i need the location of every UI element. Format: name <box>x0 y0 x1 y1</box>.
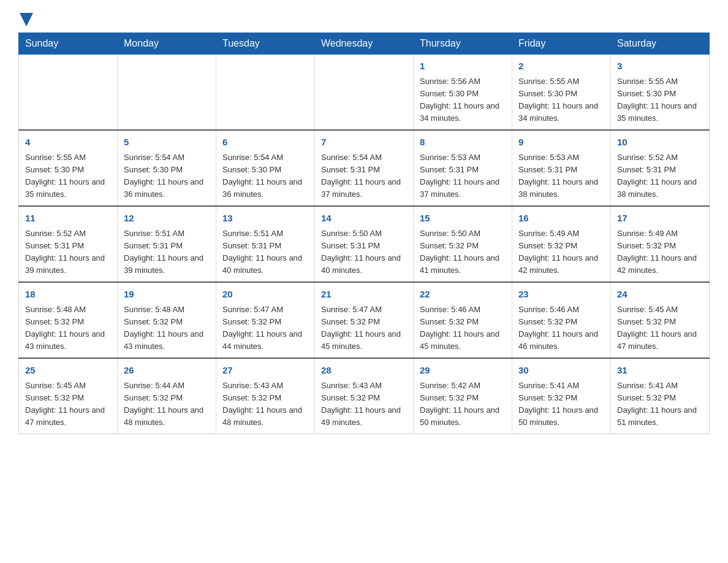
day-info: Sunrise: 5:56 AMSunset: 5:30 PMDaylight:… <box>420 75 506 125</box>
logo-triangle-icon <box>20 13 33 26</box>
day-info: Sunrise: 5:54 AMSunset: 5:30 PMDaylight:… <box>222 151 308 201</box>
week-row-4: 18Sunrise: 5:48 AMSunset: 5:32 PMDayligh… <box>19 282 710 358</box>
day-info: Sunrise: 5:52 AMSunset: 5:31 PMDaylight:… <box>617 151 703 201</box>
day-cell: 30Sunrise: 5:41 AMSunset: 5:32 PMDayligh… <box>512 358 611 434</box>
day-number: 21 <box>321 288 407 302</box>
svg-marker-0 <box>20 13 33 26</box>
week-row-5: 25Sunrise: 5:45 AMSunset: 5:32 PMDayligh… <box>19 358 710 434</box>
header-cell-wednesday: Wednesday <box>315 33 414 55</box>
header-cell-saturday: Saturday <box>611 33 710 55</box>
day-cell: 20Sunrise: 5:47 AMSunset: 5:32 PMDayligh… <box>216 282 315 358</box>
day-info: Sunrise: 5:48 AMSunset: 5:32 PMDaylight:… <box>25 304 111 353</box>
header-cell-tuesday: Tuesday <box>216 33 315 55</box>
day-cell: 9Sunrise: 5:53 AMSunset: 5:31 PMDaylight… <box>512 130 611 206</box>
day-info: Sunrise: 5:55 AMSunset: 5:30 PMDaylight:… <box>25 151 111 201</box>
day-info: Sunrise: 5:43 AMSunset: 5:32 PMDaylight:… <box>321 380 407 429</box>
day-cell: 2Sunrise: 5:55 AMSunset: 5:30 PMDaylight… <box>512 55 611 131</box>
calendar-table: SundayMondayTuesdayWednesdayThursdayFrid… <box>18 33 710 434</box>
day-info: Sunrise: 5:52 AMSunset: 5:31 PMDaylight:… <box>25 228 111 277</box>
day-number: 3 <box>617 59 703 74</box>
day-number: 30 <box>518 364 604 378</box>
day-cell: 29Sunrise: 5:42 AMSunset: 5:32 PMDayligh… <box>414 358 512 434</box>
day-info: Sunrise: 5:53 AMSunset: 5:31 PMDaylight:… <box>420 151 506 201</box>
day-number: 22 <box>420 288 506 302</box>
day-number: 4 <box>25 136 111 150</box>
day-info: Sunrise: 5:54 AMSunset: 5:31 PMDaylight:… <box>321 151 407 201</box>
day-number: 19 <box>124 288 210 302</box>
day-info: Sunrise: 5:44 AMSunset: 5:32 PMDaylight:… <box>124 380 210 429</box>
day-number: 18 <box>25 288 111 302</box>
day-cell: 19Sunrise: 5:48 AMSunset: 5:32 PMDayligh… <box>118 282 216 358</box>
day-cell <box>216 55 315 131</box>
day-info: Sunrise: 5:55 AMSunset: 5:30 PMDaylight:… <box>518 75 604 125</box>
day-cell: 1Sunrise: 5:56 AMSunset: 5:30 PMDaylight… <box>414 55 512 131</box>
day-cell: 8Sunrise: 5:53 AMSunset: 5:31 PMDaylight… <box>414 130 512 206</box>
day-number: 24 <box>617 288 703 302</box>
day-cell: 16Sunrise: 5:49 AMSunset: 5:32 PMDayligh… <box>512 206 611 282</box>
header-cell-thursday: Thursday <box>414 33 512 55</box>
day-info: Sunrise: 5:51 AMSunset: 5:31 PMDaylight:… <box>222 228 308 277</box>
day-cell: 3Sunrise: 5:55 AMSunset: 5:30 PMDaylight… <box>611 55 710 131</box>
day-number: 26 <box>124 364 210 378</box>
day-info: Sunrise: 5:43 AMSunset: 5:32 PMDaylight:… <box>222 380 308 429</box>
day-info: Sunrise: 5:47 AMSunset: 5:32 PMDaylight:… <box>321 304 407 353</box>
day-cell: 4Sunrise: 5:55 AMSunset: 5:30 PMDaylight… <box>19 130 118 206</box>
day-cell: 15Sunrise: 5:50 AMSunset: 5:32 PMDayligh… <box>414 206 512 282</box>
day-info: Sunrise: 5:55 AMSunset: 5:30 PMDaylight:… <box>617 75 703 125</box>
day-number: 7 <box>321 136 407 150</box>
day-cell: 23Sunrise: 5:46 AMSunset: 5:32 PMDayligh… <box>512 282 611 358</box>
day-number: 29 <box>420 364 506 378</box>
day-info: Sunrise: 5:47 AMSunset: 5:32 PMDaylight:… <box>222 304 308 353</box>
day-cell: 13Sunrise: 5:51 AMSunset: 5:31 PMDayligh… <box>216 206 315 282</box>
logo <box>18 12 33 26</box>
day-number: 6 <box>222 136 308 150</box>
calendar-header: SundayMondayTuesdayWednesdayThursdayFrid… <box>19 33 710 55</box>
page-header <box>18 12 710 26</box>
day-cell <box>118 55 216 131</box>
day-info: Sunrise: 5:45 AMSunset: 5:32 PMDaylight:… <box>617 304 703 353</box>
calendar-body: 1Sunrise: 5:56 AMSunset: 5:30 PMDaylight… <box>19 55 710 434</box>
day-info: Sunrise: 5:41 AMSunset: 5:32 PMDaylight:… <box>617 380 703 429</box>
day-info: Sunrise: 5:46 AMSunset: 5:32 PMDaylight:… <box>420 304 506 353</box>
week-row-2: 4Sunrise: 5:55 AMSunset: 5:30 PMDaylight… <box>19 130 710 206</box>
day-number: 14 <box>321 212 407 226</box>
day-number: 25 <box>25 364 111 378</box>
day-number: 16 <box>518 212 604 226</box>
day-info: Sunrise: 5:41 AMSunset: 5:32 PMDaylight:… <box>518 380 604 429</box>
day-number: 10 <box>617 136 703 150</box>
day-info: Sunrise: 5:48 AMSunset: 5:32 PMDaylight:… <box>124 304 210 353</box>
day-number: 8 <box>420 136 506 150</box>
header-cell-friday: Friday <box>512 33 611 55</box>
day-cell: 18Sunrise: 5:48 AMSunset: 5:32 PMDayligh… <box>19 282 118 358</box>
day-cell: 27Sunrise: 5:43 AMSunset: 5:32 PMDayligh… <box>216 358 315 434</box>
day-info: Sunrise: 5:42 AMSunset: 5:32 PMDaylight:… <box>420 380 506 429</box>
day-cell: 5Sunrise: 5:54 AMSunset: 5:30 PMDaylight… <box>118 130 216 206</box>
day-cell: 6Sunrise: 5:54 AMSunset: 5:30 PMDaylight… <box>216 130 315 206</box>
day-cell: 31Sunrise: 5:41 AMSunset: 5:32 PMDayligh… <box>611 358 710 434</box>
header-cell-monday: Monday <box>118 33 216 55</box>
day-info: Sunrise: 5:50 AMSunset: 5:32 PMDaylight:… <box>420 228 506 277</box>
day-cell: 14Sunrise: 5:50 AMSunset: 5:31 PMDayligh… <box>315 206 414 282</box>
day-cell: 28Sunrise: 5:43 AMSunset: 5:32 PMDayligh… <box>315 358 414 434</box>
day-number: 13 <box>222 212 308 226</box>
day-number: 15 <box>420 212 506 226</box>
day-info: Sunrise: 5:46 AMSunset: 5:32 PMDaylight:… <box>518 304 604 353</box>
day-info: Sunrise: 5:49 AMSunset: 5:32 PMDaylight:… <box>617 228 703 277</box>
week-row-1: 1Sunrise: 5:56 AMSunset: 5:30 PMDaylight… <box>19 55 710 131</box>
day-info: Sunrise: 5:51 AMSunset: 5:31 PMDaylight:… <box>124 228 210 277</box>
day-info: Sunrise: 5:53 AMSunset: 5:31 PMDaylight:… <box>518 151 604 201</box>
day-cell: 26Sunrise: 5:44 AMSunset: 5:32 PMDayligh… <box>118 358 216 434</box>
day-cell: 12Sunrise: 5:51 AMSunset: 5:31 PMDayligh… <box>118 206 216 282</box>
day-number: 23 <box>518 288 604 302</box>
day-cell: 11Sunrise: 5:52 AMSunset: 5:31 PMDayligh… <box>19 206 118 282</box>
day-number: 28 <box>321 364 407 378</box>
header-row: SundayMondayTuesdayWednesdayThursdayFrid… <box>19 33 710 55</box>
day-cell: 7Sunrise: 5:54 AMSunset: 5:31 PMDaylight… <box>315 130 414 206</box>
day-number: 31 <box>617 364 703 378</box>
day-cell: 21Sunrise: 5:47 AMSunset: 5:32 PMDayligh… <box>315 282 414 358</box>
day-cell <box>315 55 414 131</box>
day-cell <box>19 55 118 131</box>
day-number: 27 <box>222 364 308 378</box>
day-info: Sunrise: 5:54 AMSunset: 5:30 PMDaylight:… <box>124 151 210 201</box>
week-row-3: 11Sunrise: 5:52 AMSunset: 5:31 PMDayligh… <box>19 206 710 282</box>
